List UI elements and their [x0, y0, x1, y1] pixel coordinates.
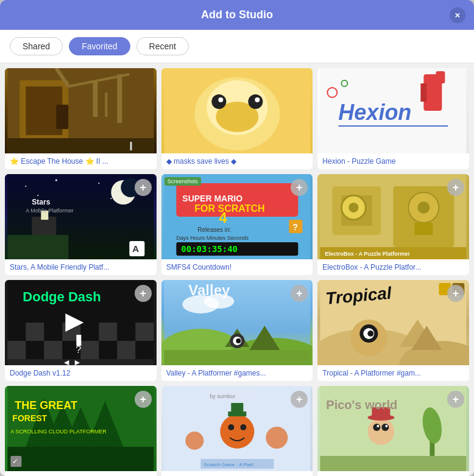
svg-rect-147 — [320, 456, 467, 471]
game-card-electrobox[interactable]: ElectroBox - A Puzzle Platformer + Elect… — [317, 174, 469, 275]
svg-rect-132 — [231, 403, 243, 414]
svg-text:A SCROLLING CLOUD PLATFORMER: A SCROLLING CLOUD PLATFORMER — [10, 429, 107, 435]
game-title-valley: Valley - A Platformer #games... — [161, 365, 313, 381]
content-area[interactable]: I ⭐ Escape The House ⭐ II ... — [0, 63, 474, 476]
game-title-scarecrow: Scarecrow Cats - A Platf... — [161, 471, 313, 476]
svg-point-140 — [368, 418, 395, 445]
svg-point-33 — [37, 195, 38, 196]
game-title-hexion: Hexion - Puzzle Game — [317, 153, 469, 169]
svg-rect-3 — [56, 105, 68, 129]
svg-rect-26 — [421, 83, 427, 102]
modal-header: Add to Studio × — [0, 0, 474, 30]
game-card-hexion[interactable]: Hexion Hexion - Puzzle Game — [317, 68, 469, 169]
add-button-dodge[interactable]: + — [135, 285, 152, 302]
svg-rect-38 — [7, 235, 68, 259]
game-title-smfs4: SMFS4 Countdown! — [161, 259, 313, 275]
add-button-electrobox[interactable]: + — [447, 179, 464, 196]
game-title-dodge: Dodge Dash v1.12 — [5, 365, 157, 381]
tab-recent[interactable]: Recent — [136, 37, 189, 55]
svg-point-133 — [185, 432, 203, 450]
game-title-stars: Stars, A Mobile Friendly Platf... — [5, 259, 157, 275]
svg-point-31 — [98, 183, 99, 184]
game-card-scarecrow[interactable]: by sumbur — [161, 386, 313, 476]
svg-rect-71 — [44, 323, 62, 341]
svg-text:Days  Hours  Minutes  Seconds: Days Hours Minutes Seconds — [176, 235, 249, 241]
svg-text:FOREST: FOREST — [12, 413, 47, 423]
add-button-stars[interactable]: + — [135, 179, 152, 196]
svg-text:by sumbur: by sumbur — [210, 393, 235, 399]
svg-point-128 — [220, 415, 254, 449]
svg-point-18 — [255, 97, 260, 102]
svg-rect-78 — [26, 341, 44, 359]
svg-point-110 — [368, 331, 374, 337]
close-button[interactable]: × — [450, 7, 465, 23]
svg-text:A: A — [132, 243, 139, 254]
svg-rect-76 — [135, 323, 154, 341]
svg-point-60 — [349, 203, 359, 212]
add-button-forest[interactable]: + — [135, 391, 152, 408]
svg-text:4: 4 — [219, 209, 227, 226]
svg-point-34 — [110, 198, 111, 199]
game-title-electrobox: ElectroBox - A Puzzle Platfor... — [317, 259, 469, 275]
svg-rect-79 — [44, 341, 62, 359]
svg-rect-69 — [7, 323, 26, 341]
game-card-masks[interactable]: ◆ masks save lives ◆ — [161, 68, 313, 169]
games-grid: I ⭐ Escape The House ⭐ II ... — [0, 63, 474, 476]
svg-point-16 — [248, 94, 263, 109]
game-card-smfs4[interactable]: SUPER MARIO FOR SCRATCH 4 Releases in: D… — [161, 174, 313, 275]
game-title-escape: ⭐ Escape The House ⭐ II ... — [5, 153, 157, 169]
svg-text:THE GREAT: THE GREAT — [15, 399, 77, 411]
modal-title: Add to Studio — [201, 9, 273, 21]
game-title-forest: The Great Forest - A Scrolling... — [5, 471, 157, 476]
svg-rect-82 — [99, 341, 117, 359]
svg-point-30 — [55, 180, 57, 181]
svg-rect-84 — [135, 341, 154, 359]
game-card-stars[interactable]: Stars A Mobile Platformer A + Stars, A M… — [5, 174, 157, 275]
svg-text:Stars: Stars — [32, 198, 50, 206]
svg-text:◄ ►: ◄ ► — [62, 357, 82, 365]
svg-text:00:03:35:40: 00:03:35:40 — [181, 244, 238, 254]
game-title-pico: Pico's world — [317, 471, 469, 476]
game-title-tropical: Tropical - A Platformer #gam... — [317, 365, 469, 381]
svg-text:FOR SCRATCH: FOR SCRATCH — [194, 203, 264, 214]
svg-rect-74 — [99, 323, 117, 341]
svg-point-17 — [218, 97, 223, 102]
add-button-pico[interactable]: + — [447, 391, 464, 408]
svg-point-144 — [386, 425, 388, 427]
svg-text:ElectroBox - A Puzzle Platform: ElectroBox - A Puzzle Platformer — [325, 251, 411, 257]
game-card-escape[interactable]: I ⭐ Escape The House ⭐ II ... — [5, 68, 157, 169]
svg-rect-119 — [7, 447, 154, 471]
game-title-masks: ◆ masks save lives ◆ — [161, 153, 313, 169]
tabs-container: Shared Favorited Recent — [0, 30, 474, 63]
svg-text:✓: ✓ — [12, 457, 18, 466]
svg-text:A Mobile Platformer: A Mobile Platformer — [26, 208, 74, 214]
svg-rect-97 — [164, 350, 310, 365]
svg-text:Valley: Valley — [188, 282, 230, 298]
svg-rect-73 — [80, 323, 99, 341]
svg-text:SUPER MARIO: SUPER MARIO — [182, 194, 242, 203]
svg-rect-83 — [117, 341, 135, 359]
svg-point-141 — [373, 424, 381, 431]
game-card-forest[interactable]: THE GREAT FOREST A SCROLLING CLOUD PLATF… — [5, 386, 157, 476]
game-card-tropical[interactable]: Tropical + Tropical - A Platformer #gam.… — [317, 280, 469, 381]
svg-point-15 — [211, 94, 226, 109]
game-card-valley[interactable]: Valley + Valley - A Platformer #games... — [161, 280, 313, 381]
svg-rect-6 — [117, 74, 122, 123]
tab-favorited[interactable]: Favorited — [69, 37, 130, 55]
svg-rect-70 — [26, 323, 44, 341]
screenshot-badge: Screenshots — [164, 177, 201, 186]
add-button-tropical[interactable]: + — [447, 285, 464, 302]
svg-point-143 — [377, 425, 380, 427]
tab-shared[interactable]: Shared — [10, 37, 63, 55]
svg-text:I: I — [129, 139, 133, 153]
svg-point-134 — [266, 427, 288, 449]
game-card-pico[interactable]: Pico's world + Pico's world — [317, 386, 469, 476]
svg-text:Scratch Game - A Platf...: Scratch Game - A Platf... — [203, 462, 257, 467]
svg-point-63 — [418, 201, 430, 214]
add-to-studio-modal: Add to Studio × Shared Favorited Recent — [0, 0, 474, 476]
svg-rect-7 — [93, 80, 97, 117]
svg-rect-64 — [415, 223, 433, 235]
svg-rect-25 — [436, 71, 445, 83]
svg-rect-8 — [105, 93, 107, 117]
game-card-dodge[interactable]: Dodge Dash ? ◄ ► + Dodge Dash — [5, 280, 157, 381]
